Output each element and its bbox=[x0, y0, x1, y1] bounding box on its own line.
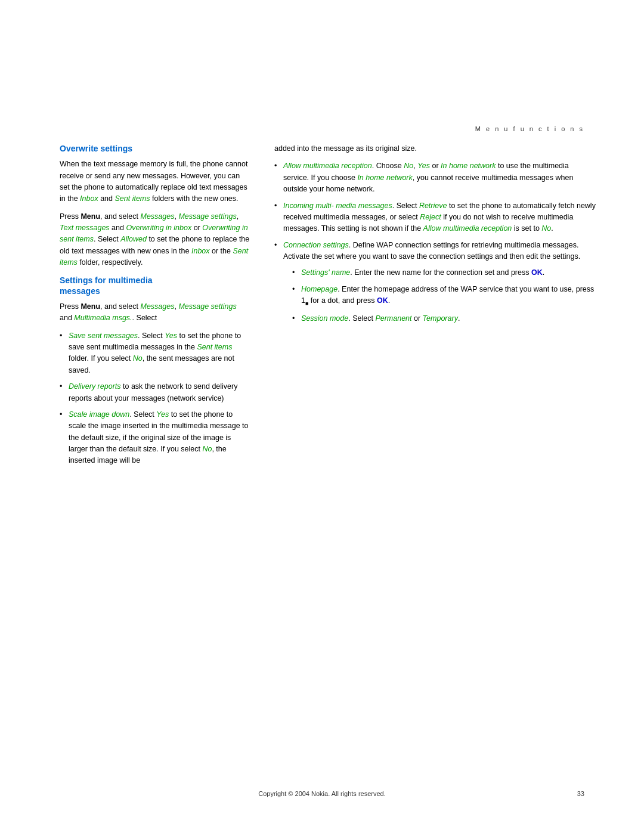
overwrite-settings-heading: Overwrite settings bbox=[60, 143, 250, 154]
right-intro-text: added into the message as its original s… bbox=[274, 143, 596, 154]
yes-link1: Yes bbox=[165, 332, 177, 340]
overwrite-settings-section: Overwrite settings When the text message… bbox=[60, 143, 250, 269]
scale-image-link: Scale image down bbox=[69, 410, 129, 419]
sub-bullet-settings-name: Settings' name. Enter the new name for t… bbox=[292, 267, 596, 278]
homepage-link: Homepage bbox=[301, 285, 338, 293]
text-messages-link: Text messages bbox=[60, 224, 110, 232]
connection-sub-list: Settings' name. Enter the new name for t… bbox=[292, 267, 596, 324]
sent-items-link3: Sent items bbox=[197, 343, 232, 351]
no-link3: No bbox=[404, 162, 413, 170]
overwriting-inbox-link: Overwriting in inbox bbox=[126, 224, 191, 232]
allow-multimedia-ref: Allow multimedia reception bbox=[423, 224, 512, 233]
delivery-reports-link: Delivery reports bbox=[69, 382, 121, 391]
bullet-delivery-reports: Delivery reports to ask the network to s… bbox=[60, 381, 250, 404]
left-column: Overwrite settings When the text message… bbox=[60, 143, 250, 761]
right-bullet-list: Allow multimedia reception. Choose No, Y… bbox=[274, 160, 596, 324]
bullet-connection-settings: Connection settings. Define WAP connecti… bbox=[274, 240, 596, 324]
ok-bold1: OK bbox=[531, 268, 543, 277]
retrieve-link: Retrieve bbox=[419, 202, 447, 210]
content-area: Overwrite settings When the text message… bbox=[60, 143, 596, 761]
incoming-multimedia-link: Incoming multi- media messages bbox=[283, 202, 392, 210]
page-number: 33 bbox=[577, 790, 584, 797]
copyright-text: Copyright © 2004 Nokia. All rights reser… bbox=[258, 790, 386, 797]
multimedia-bullet-list: Save sent messages. Select Yes to set th… bbox=[60, 330, 250, 467]
temporary-link: Temporary bbox=[423, 314, 458, 323]
page-container: M e n u f u n c t i o n s Overwrite sett… bbox=[0, 0, 644, 833]
overwrite-settings-para2: Press Menu, and select Messages, Message… bbox=[60, 211, 250, 269]
footer: Copyright © 2004 Nokia. All rights reser… bbox=[0, 790, 644, 797]
sub-bullet-session-mode: Session mode. Select Permanent or Tempor… bbox=[292, 313, 596, 324]
no-link4: No bbox=[541, 224, 551, 233]
dot-icon: ■ bbox=[305, 301, 308, 306]
bullet-scale-image: Scale image down. Select Yes to set the … bbox=[60, 409, 250, 467]
bullet-allow-multimedia: Allow multimedia reception. Choose No, Y… bbox=[274, 160, 596, 195]
menu-bold2: Menu bbox=[80, 302, 100, 311]
save-sent-link: Save sent messages bbox=[69, 332, 138, 340]
allowed-link: Allowed bbox=[120, 235, 147, 243]
ok-bold2: OK bbox=[377, 296, 388, 305]
settings-name-link: Settings' name bbox=[301, 268, 350, 277]
overwrite-settings-para1: When the text message memory is full, th… bbox=[60, 159, 250, 205]
sub-bullet-homepage: Homepage. Enter the homepage address of … bbox=[292, 284, 596, 308]
message-settings-link2: Message settings bbox=[178, 302, 236, 311]
in-home-link1: In home network bbox=[441, 162, 496, 170]
multimedia-msgs-link: Multimedia msgs. bbox=[74, 314, 132, 322]
session-mode-link: Session mode bbox=[301, 314, 348, 323]
no-link1: No bbox=[133, 354, 143, 363]
allow-multimedia-link: Allow multimedia reception bbox=[283, 162, 372, 170]
multimedia-settings-para1: Press Menu, and select Messages, Message… bbox=[60, 301, 250, 324]
multimedia-settings-heading: Settings for multimediamessages bbox=[60, 275, 250, 296]
sent-items-link1: Sent items bbox=[114, 194, 150, 203]
right-column: added into the message as its original s… bbox=[274, 143, 596, 761]
messages-link1: Messages bbox=[140, 212, 174, 221]
permanent-link: Permanent bbox=[375, 314, 411, 323]
connection-settings-link: Connection settings bbox=[283, 241, 349, 249]
bullet-incoming-multimedia: Incoming multi- media messages. Select R… bbox=[274, 200, 596, 235]
bullet-save-sent: Save sent messages. Select Yes to set th… bbox=[60, 330, 250, 377]
yes-link3: Yes bbox=[417, 162, 430, 170]
no-link2: No bbox=[202, 445, 212, 453]
inbox-link1: Inbox bbox=[80, 194, 98, 203]
inbox-link2: Inbox bbox=[191, 247, 210, 255]
menu-functions-label: M e n u f u n c t i o n s bbox=[475, 125, 584, 132]
reject-link: Reject bbox=[420, 213, 441, 221]
messages-link2: Messages bbox=[140, 302, 174, 311]
sent-items-link2: Sent items bbox=[60, 247, 248, 267]
yes-link2: Yes bbox=[156, 410, 169, 419]
in-home-link2: In home network bbox=[357, 174, 412, 182]
multimedia-settings-section: Settings for multimediamessages Press Me… bbox=[60, 275, 250, 467]
menu-bold1: Menu bbox=[80, 212, 100, 221]
message-settings-link1: Message settings bbox=[178, 212, 236, 221]
menu-functions-header: M e n u f u n c t i o n s bbox=[475, 125, 584, 132]
